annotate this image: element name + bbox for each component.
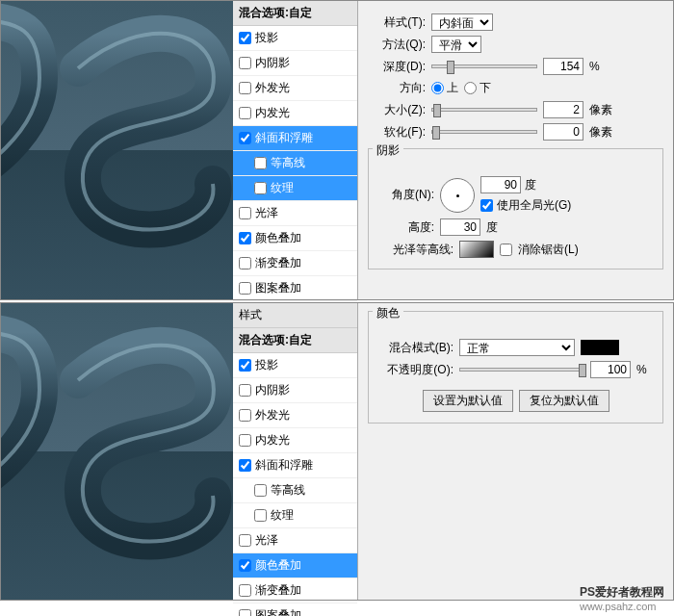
contour-check[interactable]	[254, 157, 267, 169]
depth-input[interactable]	[543, 58, 583, 75]
watermark-url: www.psahz.com	[580, 601, 664, 612]
inner-shadow-check[interactable]	[239, 57, 251, 69]
effect-satin[interactable]: 光泽	[233, 201, 357, 226]
color-section-title: 颜色	[373, 305, 403, 321]
inner-glow-check[interactable]	[239, 107, 251, 119]
blend-options-title2: 混合选项:自定	[233, 328, 357, 353]
effect-bevel[interactable]: 斜面和浮雕	[233, 126, 357, 151]
gloss-contour-swatch[interactable]	[459, 241, 494, 258]
effect-outer-glow2[interactable]: 外发光	[233, 403, 357, 428]
preview-color	[1, 303, 233, 600]
soften-label: 软化(F):	[368, 124, 426, 141]
watermark-text: PS爱好者教程网	[580, 584, 664, 601]
opacity-label: 不透明度(O):	[376, 362, 454, 378]
effect-drop-shadow[interactable]: 投影	[233, 26, 357, 51]
satin-check[interactable]	[239, 207, 251, 219]
style-list-bevel: 混合选项:自定 投影 内阴影 外发光 内发光 斜面和浮雕 等高线 纹理 光泽 颜…	[233, 1, 358, 299]
bevel-check[interactable]	[239, 132, 251, 144]
opacity-input[interactable]	[590, 361, 631, 378]
style-label: 样式(T):	[368, 14, 426, 31]
anti-alias-check[interactable]	[500, 244, 512, 256]
effect-contour2[interactable]: 等高线	[233, 478, 357, 503]
shading-section: 阴影 角度(N): 度 使用全局光(G) 高度:	[368, 148, 663, 270]
effect-texture2[interactable]: 纹理	[233, 503, 357, 528]
global-light-check[interactable]	[480, 199, 493, 212]
direction-label: 方向:	[368, 80, 426, 96]
color-section: 颜色 混合模式(B): 正常 不透明度(O): % 设置为默认值 复位为默认值	[368, 311, 663, 424]
altitude-label: 高度:	[376, 219, 434, 236]
effect-gradient-overlay2[interactable]: 渐变叠加	[233, 578, 357, 603]
effect-inner-shadow2[interactable]: 内阴影	[233, 378, 357, 403]
pattern-overlay-check[interactable]	[239, 282, 251, 295]
set-default-button[interactable]: 设置为默认值	[423, 390, 513, 412]
blend-mode-select[interactable]: 正常	[459, 339, 575, 356]
effect-inner-glow2[interactable]: 内发光	[233, 428, 357, 453]
size-label: 大小(Z):	[368, 102, 426, 118]
effect-satin2[interactable]: 光泽	[233, 528, 357, 553]
dir-down-radio[interactable]	[464, 82, 477, 94]
size-slider[interactable]	[431, 108, 537, 112]
color-options: 颜色 混合模式(B): 正常 不透明度(O): % 设置为默认值 复位为默认值	[358, 303, 673, 600]
style-list-color: 样式 混合选项:自定 投影 内阴影 外发光 内发光 斜面和浮雕 等高线 纹理 光…	[233, 303, 358, 600]
px-unit2: 像素	[589, 124, 612, 141]
effect-color-overlay2[interactable]: 颜色叠加	[233, 553, 357, 578]
soften-slider[interactable]	[431, 130, 537, 134]
size-input[interactable]	[543, 101, 583, 118]
percent-unit: %	[589, 60, 600, 73]
angle-dial[interactable]	[440, 178, 475, 213]
style-select[interactable]: 内斜面	[431, 13, 493, 31]
effect-contour[interactable]: 等高线	[233, 151, 357, 176]
color-swatch[interactable]	[581, 340, 619, 355]
outer-glow-check[interactable]	[239, 82, 251, 94]
shading-title: 阴影	[373, 142, 403, 159]
effect-inner-shadow[interactable]: 内阴影	[233, 51, 357, 76]
technique-label: 方法(Q):	[368, 37, 426, 53]
angle-label: 角度(N):	[376, 187, 434, 203]
technique-select[interactable]: 平滑	[431, 36, 481, 53]
gradient-overlay-check[interactable]	[239, 257, 251, 270]
depth-slider[interactable]	[431, 64, 537, 68]
effect-gradient-overlay[interactable]: 渐变叠加	[233, 251, 357, 276]
effect-outer-glow[interactable]: 外发光	[233, 76, 357, 101]
color-overlay-check[interactable]	[239, 232, 251, 244]
reset-default-button[interactable]: 复位为默认值	[519, 390, 609, 412]
effect-color-overlay[interactable]: 颜色叠加	[233, 226, 357, 251]
effect-bevel2[interactable]: 斜面和浮雕	[233, 453, 357, 478]
soften-input[interactable]	[543, 123, 583, 141]
effect-texture[interactable]: 纹理	[233, 176, 357, 201]
watermark: PS爱好者教程网 www.psahz.com	[580, 584, 664, 612]
preview-bevel	[1, 1, 233, 299]
blend-options-title: 混合选项:自定	[233, 1, 357, 26]
dir-up-radio[interactable]	[431, 82, 444, 94]
gloss-contour-label: 光泽等高线:	[376, 242, 454, 258]
styles-header: 样式	[233, 303, 357, 328]
opacity-slider[interactable]	[459, 368, 584, 372]
effect-pattern-overlay2[interactable]: 图案叠加	[233, 603, 357, 616]
effect-pattern-overlay[interactable]: 图案叠加	[233, 276, 357, 301]
altitude-input[interactable]	[440, 218, 480, 236]
blend-mode-label: 混合模式(B):	[376, 340, 454, 356]
texture-check[interactable]	[254, 182, 267, 194]
bevel-options: 样式(T): 内斜面 方法(Q): 平滑 深度(D): % 方向: 上 下 大小…	[358, 1, 673, 299]
angle-input[interactable]	[480, 176, 521, 193]
drop-shadow-check[interactable]	[239, 32, 251, 44]
effect-inner-glow[interactable]: 内发光	[233, 101, 357, 126]
depth-label: 深度(D):	[368, 59, 426, 75]
effect-drop-shadow2[interactable]: 投影	[233, 353, 357, 378]
px-unit: 像素	[589, 102, 612, 118]
